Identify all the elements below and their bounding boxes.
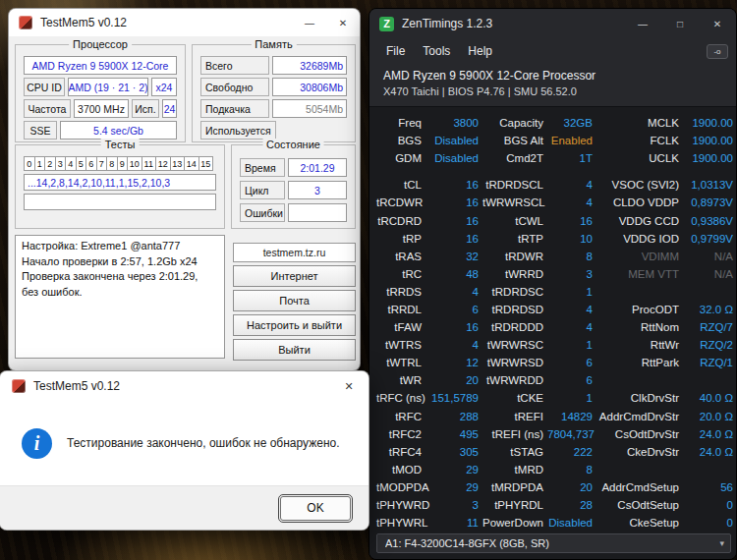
log-line: без ошибок. [22, 285, 218, 301]
timing-param-value: 20 [425, 374, 481, 386]
cycle-label: Цикл [240, 181, 285, 199]
timing-param-label: tPHYWRL [376, 517, 424, 529]
state-groupbox: Состояние Время 2:01.29 Цикл 3 Ошибки [231, 144, 356, 229]
timings-table-row: tWR20tWRWRDD6 [376, 371, 731, 389]
timing-param-label: RttPark [596, 357, 681, 368]
timing-param-value: 10 [547, 233, 595, 245]
timings-panel: Freq3800Capacity32GBMCLK1900.00BGSDisabl… [369, 107, 736, 559]
timing-param-label: MEM VTT [596, 268, 681, 280]
timings-table-row: tRAS32tRDWR8VDIMMN/A [376, 248, 731, 265]
timings-table-row: tPHYWRD3tPHYRDL28CsOdtSetup0 [376, 496, 731, 514]
menu-help[interactable]: Help [459, 42, 501, 60]
timing-param-label: tWTRL [376, 357, 424, 368]
mail-button[interactable]: Почта [233, 290, 356, 311]
timing-param-label: Cmd2T [482, 152, 545, 164]
timings-table-row: tRRDL6tRDRDSD4ProcODT32.0 Ω [376, 301, 731, 318]
dialog-body: i Тестирование закончено, ошибок не обна… [0, 401, 368, 485]
testmem-site-link[interactable]: testmem.tz.ru [233, 243, 356, 262]
timing-param-label: CkeDrvStr [596, 446, 681, 458]
timing-param-value: 28 [547, 499, 595, 511]
mem-swap-field: 5054Mb [272, 99, 347, 118]
timing-param-value: 0 [683, 499, 735, 511]
time-field: 2:01.29 [288, 158, 347, 177]
minimize-icon[interactable]: — [624, 9, 661, 38]
timing-param-value: RZQ/1 [683, 357, 735, 368]
timing-param-label: Freq [376, 117, 424, 129]
timing-param-value: 16 [425, 321, 481, 333]
errors-label: Ошибки [240, 203, 285, 222]
timings-table-row: tMOD29tMRD8 [376, 461, 731, 478]
menu-file[interactable]: File [377, 42, 414, 60]
timing-param-value: 11 [425, 517, 481, 529]
freq-value-field: 3700 MHz [74, 99, 129, 118]
minimize-icon[interactable]: — [293, 9, 326, 36]
timing-param-value: 6 [547, 357, 595, 368]
timing-param-value: Disabled [425, 135, 481, 146]
timing-param-value: N/A [683, 268, 735, 280]
dimm-select[interactable]: A1: F4-3200C14-8GFX (8GB, SR) ▾ [376, 533, 731, 553]
timing-param-label: tRDRDSCL [482, 179, 545, 191]
timings-table-row: tPHYWRL11PowerDownDisabledCkeSetup0 [376, 514, 731, 532]
timing-param-value: N/A [683, 251, 735, 262]
tests-groupbox: Тесты 0123456789101112131415 ...14,2,8,1… [15, 144, 225, 229]
timing-param-value: 0,9799V [683, 233, 735, 245]
timing-param-value: 32GB [547, 117, 595, 129]
timing-param-label: tCL [376, 179, 424, 191]
timing-param-value: 56 [683, 481, 735, 493]
timing-param-label: tWRWRDD [482, 374, 545, 386]
menu-tools[interactable]: Tools [414, 42, 459, 60]
timing-param-label: tWRRD [482, 268, 545, 280]
timing-param-value: 151,5789 [425, 392, 481, 404]
timing-param-label: AddrCmdSetup [596, 481, 681, 493]
timing-param-label: tRFC2 [376, 428, 424, 440]
timing-param-label: tMODPDA [376, 481, 424, 493]
configure-exit-button[interactable]: Настроить и выйти [233, 314, 356, 336]
state-group-title: Состояние [262, 139, 324, 150]
timing-param-label: tFAW [376, 321, 424, 333]
errors-field [288, 203, 347, 222]
timing-param-label: ClkDrvStr [596, 392, 681, 404]
test-number-cell: 12 [155, 156, 171, 171]
exit-button[interactable]: Выйти [233, 339, 356, 361]
cpu-name-field: AMD Ryzen 9 5900X 12-Core [24, 56, 177, 75]
close-icon[interactable]: ✕ [329, 371, 368, 401]
mem-total-field: 32689Mb [272, 56, 347, 75]
close-icon[interactable]: ✕ [326, 9, 360, 36]
testmem5-window: TestMem5 v0.12 — ✕ Процессор AMD Ryzen 9… [8, 8, 361, 371]
timing-param-label: tRRDS [376, 286, 424, 298]
timing-param-value: 3800 [425, 117, 481, 129]
timing-param-value: 16 [425, 179, 481, 191]
test-number-cell: 14 [184, 156, 199, 171]
window-controls: — ✕ [293, 9, 360, 36]
timing-param-label: BGS Alt [482, 135, 545, 146]
report-icon[interactable]: -o [707, 44, 728, 59]
timing-param-label: GDM [376, 152, 424, 164]
timings-table-row: tRC48tWRRD3MEM VTTN/A [376, 265, 731, 283]
timing-param-label: tRFC [376, 411, 424, 422]
cpuid-label: CPU ID [24, 78, 65, 96]
close-icon[interactable]: ✕ [699, 9, 736, 38]
tests-group-title: Тесты [101, 139, 140, 150]
timings-table-row: tRFC2495tREFI (ns)7804,737CsOdtDrvStr24.… [376, 425, 731, 443]
maximize-icon[interactable]: □ [661, 9, 699, 38]
timing-param-value: 29 [425, 481, 481, 493]
internet-button[interactable]: Интернет [233, 265, 356, 287]
dialog-title: TestMem5 v0.12 [33, 379, 329, 393]
timings-table-row: tCL16tRDRDSCL4VSOC (SVI2)1,0313V [376, 176, 731, 194]
dialog-message: Тестирование закончено, ошибок не обнару… [67, 436, 340, 450]
ok-button[interactable]: OK [280, 496, 351, 521]
timing-param-value: 16 [425, 215, 481, 227]
processor-group-title: Процессор [69, 38, 132, 50]
log-line: Настройка: Extreme1 @anta777 [22, 239, 218, 254]
timings-table-row: tRFC4305tSTAG222CkeDrvStr24.0 Ω [376, 443, 731, 461]
test-sequence-field: ...14,2,8,14,2,10,11,1,15,2,10,3 [24, 174, 216, 191]
timing-param-value: 16 [425, 196, 481, 208]
timing-param-value: 6 [425, 304, 481, 315]
memory-group-title: Память [251, 38, 296, 50]
sse-value-field: 5.4 sec/Gb [60, 121, 177, 140]
test-log: Настройка: Extreme1 @anta777Начало прове… [15, 235, 225, 359]
timings-table-row: GDMDisabledCmd2T1TUCLK1900.00 [376, 149, 731, 167]
timing-param-label: tRFC4 [376, 446, 424, 458]
threads-used-field: 24 [162, 99, 177, 118]
timing-param-value: 4 [547, 179, 595, 191]
